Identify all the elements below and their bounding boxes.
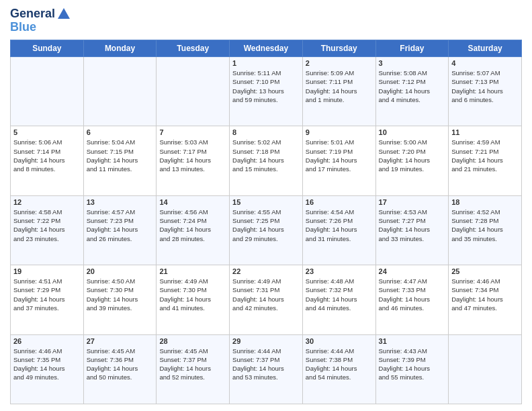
logo: General Blue xyxy=(10,7,71,34)
day-info: Sunrise: 4:56 AMSunset: 7:24 PMDaylight:… xyxy=(159,208,226,243)
day-number: 15 xyxy=(232,198,300,206)
day-info: Sunrise: 4:52 AMSunset: 7:28 PMDaylight:… xyxy=(451,208,519,243)
day-number: 12 xyxy=(13,198,81,206)
calendar-table: SundayMondayTuesdayWednesdayThursdayFrid… xyxy=(10,40,522,404)
day-info: Sunrise: 4:51 AMSunset: 7:29 PMDaylight:… xyxy=(13,277,81,312)
day-info: Sunrise: 5:06 AMSunset: 7:14 PMDaylight:… xyxy=(13,138,81,173)
day-number: 23 xyxy=(306,267,373,275)
logo-blue: Blue xyxy=(10,20,71,34)
day-number: 30 xyxy=(306,337,373,345)
day-info: Sunrise: 5:07 AMSunset: 7:13 PMDaylight:… xyxy=(451,68,519,104)
weekday-header: Tuesday xyxy=(157,40,230,57)
day-info: Sunrise: 4:46 AMSunset: 7:35 PMDaylight:… xyxy=(13,347,81,382)
day-number: 7 xyxy=(159,128,226,136)
calendar-cell: 11Sunrise: 4:59 AMSunset: 7:21 PMDayligh… xyxy=(449,126,522,195)
calendar-week-row: 19Sunrise: 4:51 AMSunset: 7:29 PMDayligh… xyxy=(11,265,522,334)
day-info: Sunrise: 4:59 AMSunset: 7:21 PMDaylight:… xyxy=(451,138,519,173)
weekday-header: Wednesday xyxy=(230,40,303,57)
day-number: 14 xyxy=(159,198,226,206)
calendar-week-row: 26Sunrise: 4:46 AMSunset: 7:35 PMDayligh… xyxy=(11,334,522,404)
day-number: 19 xyxy=(13,267,81,275)
calendar-week-row: 5Sunrise: 5:06 AMSunset: 7:14 PMDaylight… xyxy=(11,126,522,195)
day-number: 1 xyxy=(232,59,300,67)
day-number: 21 xyxy=(159,267,226,275)
calendar-cell: 29Sunrise: 4:44 AMSunset: 7:37 PMDayligh… xyxy=(230,334,303,404)
calendar-cell xyxy=(83,57,157,126)
calendar-cell: 9Sunrise: 5:01 AMSunset: 7:19 PMDaylight… xyxy=(302,126,375,195)
calendar-cell: 4Sunrise: 5:07 AMSunset: 7:13 PMDaylight… xyxy=(449,57,522,126)
calendar-cell: 22Sunrise: 4:49 AMSunset: 7:31 PMDayligh… xyxy=(230,265,303,334)
calendar-cell: 13Sunrise: 4:57 AMSunset: 7:23 PMDayligh… xyxy=(83,195,157,265)
day-number: 20 xyxy=(87,267,154,275)
calendar-cell: 30Sunrise: 4:44 AMSunset: 7:38 PMDayligh… xyxy=(302,334,375,404)
calendar-cell: 10Sunrise: 5:00 AMSunset: 7:20 PMDayligh… xyxy=(375,126,449,195)
day-info: Sunrise: 4:57 AMSunset: 7:23 PMDaylight:… xyxy=(87,208,154,243)
day-number: 11 xyxy=(451,128,519,136)
calendar-cell: 26Sunrise: 4:46 AMSunset: 7:35 PMDayligh… xyxy=(11,334,84,404)
day-number: 6 xyxy=(87,128,154,136)
day-number: 29 xyxy=(232,337,300,345)
day-info: Sunrise: 4:50 AMSunset: 7:30 PMDaylight:… xyxy=(87,277,154,312)
calendar-cell: 18Sunrise: 4:52 AMSunset: 7:28 PMDayligh… xyxy=(449,195,522,265)
calendar-cell: 31Sunrise: 4:43 AMSunset: 7:39 PMDayligh… xyxy=(375,334,449,404)
header: General Blue xyxy=(10,7,522,34)
day-info: Sunrise: 4:48 AMSunset: 7:32 PMDaylight:… xyxy=(306,277,373,312)
calendar-cell: 6Sunrise: 5:04 AMSunset: 7:15 PMDaylight… xyxy=(83,126,157,195)
calendar-cell xyxy=(11,57,84,126)
weekday-header-row: SundayMondayTuesdayWednesdayThursdayFrid… xyxy=(11,40,522,57)
logo-text: General xyxy=(10,7,71,21)
day-number: 9 xyxy=(306,128,373,136)
day-number: 13 xyxy=(87,198,154,206)
day-info: Sunrise: 5:04 AMSunset: 7:15 PMDaylight:… xyxy=(87,138,154,173)
weekday-header: Thursday xyxy=(302,40,375,57)
calendar-cell: 15Sunrise: 4:55 AMSunset: 7:25 PMDayligh… xyxy=(230,195,303,265)
day-info: Sunrise: 4:55 AMSunset: 7:25 PMDaylight:… xyxy=(232,208,300,243)
calendar-week-row: 12Sunrise: 4:58 AMSunset: 7:22 PMDayligh… xyxy=(11,195,522,265)
calendar-cell xyxy=(449,334,522,404)
day-info: Sunrise: 4:49 AMSunset: 7:31 PMDaylight:… xyxy=(232,277,300,312)
logo-icon xyxy=(56,7,71,21)
day-info: Sunrise: 4:49 AMSunset: 7:30 PMDaylight:… xyxy=(159,277,226,312)
weekday-header: Monday xyxy=(83,40,157,57)
day-number: 18 xyxy=(451,198,519,206)
day-number: 8 xyxy=(232,128,300,136)
calendar-cell: 24Sunrise: 4:47 AMSunset: 7:33 PMDayligh… xyxy=(375,265,449,334)
day-info: Sunrise: 5:03 AMSunset: 7:17 PMDaylight:… xyxy=(159,138,226,173)
calendar-cell: 2Sunrise: 5:09 AMSunset: 7:11 PMDaylight… xyxy=(302,57,375,126)
day-number: 25 xyxy=(451,267,519,275)
day-info: Sunrise: 5:08 AMSunset: 7:12 PMDaylight:… xyxy=(379,68,446,104)
calendar-cell: 16Sunrise: 4:54 AMSunset: 7:26 PMDayligh… xyxy=(302,195,375,265)
calendar-cell: 19Sunrise: 4:51 AMSunset: 7:29 PMDayligh… xyxy=(11,265,84,334)
day-number: 24 xyxy=(379,267,446,275)
calendar-cell: 7Sunrise: 5:03 AMSunset: 7:17 PMDaylight… xyxy=(157,126,230,195)
day-number: 3 xyxy=(379,59,446,67)
day-info: Sunrise: 5:02 AMSunset: 7:18 PMDaylight:… xyxy=(232,138,300,173)
calendar-cell: 23Sunrise: 4:48 AMSunset: 7:32 PMDayligh… xyxy=(302,265,375,334)
calendar-cell: 20Sunrise: 4:50 AMSunset: 7:30 PMDayligh… xyxy=(83,265,157,334)
calendar-cell xyxy=(157,57,230,126)
weekday-header: Friday xyxy=(375,40,449,57)
day-info: Sunrise: 4:43 AMSunset: 7:39 PMDaylight:… xyxy=(379,347,446,382)
svg-marker-0 xyxy=(58,8,70,19)
page: General Blue SundayMondayTuesdayWednesda… xyxy=(0,0,532,411)
calendar-cell: 3Sunrise: 5:08 AMSunset: 7:12 PMDaylight… xyxy=(375,57,449,126)
day-info: Sunrise: 4:47 AMSunset: 7:33 PMDaylight:… xyxy=(379,277,446,312)
calendar-cell: 21Sunrise: 4:49 AMSunset: 7:30 PMDayligh… xyxy=(157,265,230,334)
day-number: 5 xyxy=(13,128,81,136)
day-info: Sunrise: 4:46 AMSunset: 7:34 PMDaylight:… xyxy=(451,277,519,312)
day-number: 16 xyxy=(306,198,373,206)
calendar-cell: 17Sunrise: 4:53 AMSunset: 7:27 PMDayligh… xyxy=(375,195,449,265)
day-info: Sunrise: 4:54 AMSunset: 7:26 PMDaylight:… xyxy=(306,208,373,243)
weekday-header: Sunday xyxy=(11,40,84,57)
calendar-cell: 1Sunrise: 5:11 AMSunset: 7:10 PMDaylight… xyxy=(230,57,303,126)
day-number: 26 xyxy=(13,337,81,345)
day-number: 31 xyxy=(379,337,446,345)
day-number: 22 xyxy=(232,267,300,275)
calendar-cell: 8Sunrise: 5:02 AMSunset: 7:18 PMDaylight… xyxy=(230,126,303,195)
day-info: Sunrise: 4:44 AMSunset: 7:38 PMDaylight:… xyxy=(306,347,373,382)
weekday-header: Saturday xyxy=(449,40,522,57)
day-info: Sunrise: 5:11 AMSunset: 7:10 PMDaylight:… xyxy=(232,68,300,104)
day-info: Sunrise: 4:44 AMSunset: 7:37 PMDaylight:… xyxy=(232,347,300,382)
day-number: 27 xyxy=(87,337,154,345)
day-info: Sunrise: 5:01 AMSunset: 7:19 PMDaylight:… xyxy=(306,138,373,173)
